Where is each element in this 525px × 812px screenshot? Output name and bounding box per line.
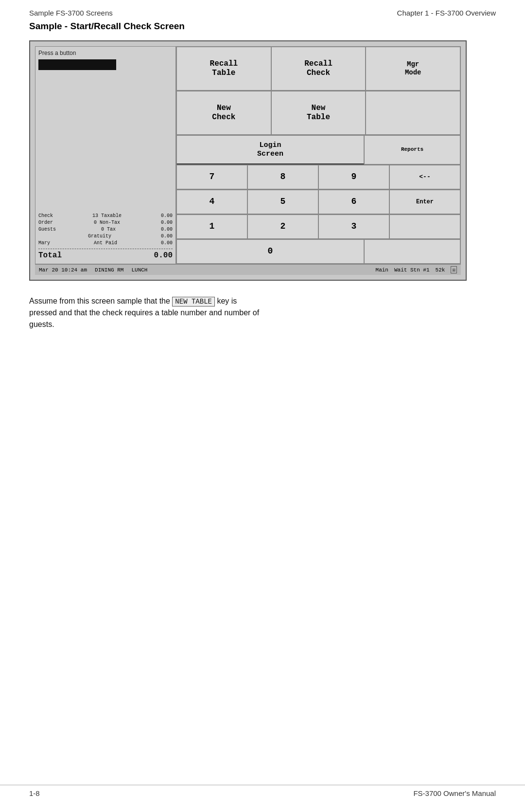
user-label: Mary xyxy=(38,240,50,247)
guests-label: Guests xyxy=(38,226,56,233)
footer-left: 1-8 xyxy=(29,789,40,797)
section-title: Sample - Start/Recall Check Screen xyxy=(29,21,496,32)
ant-paid-val: Ant Paid xyxy=(94,240,117,247)
num8-button[interactable]: 8 xyxy=(247,165,318,189)
button-row-7: 0 xyxy=(176,239,460,264)
new-table-button[interactable]: New Table xyxy=(271,91,366,135)
enter-button[interactable]: Enter xyxy=(389,190,460,214)
receipt-order-line: Order 0 Non-Tax 0.00 xyxy=(38,219,173,226)
ant-paid-amount: 0.00 xyxy=(161,240,173,247)
guests-amount: 0.00 xyxy=(161,226,173,233)
display-bar xyxy=(38,59,116,70)
check-label: Check xyxy=(38,213,53,219)
mgr-mode-button[interactable]: Mgr Mode xyxy=(366,47,460,90)
status-meal: LUNCH xyxy=(131,267,147,273)
page-header: Sample FS-3700 Screens Chapter 1 - FS-37… xyxy=(0,0,525,21)
display-area xyxy=(38,74,173,213)
num3-button[interactable]: 3 xyxy=(318,215,389,239)
status-right: Main Wait Stn #1 52k ☒ xyxy=(376,266,457,273)
status-station: Wait Stn #1 xyxy=(394,267,430,273)
order-amount: 0.00 xyxy=(161,219,173,226)
login-screen-button[interactable]: Login Screen xyxy=(176,135,364,164)
total-label: Total xyxy=(38,250,62,261)
gratuity-val: Gratuity xyxy=(88,233,111,240)
num0-button[interactable]: 0 xyxy=(176,239,364,264)
left-panel: Press a button Check 13 Taxable 0.00 Ord… xyxy=(35,46,176,264)
body-text-before: Assume from this screen sample that the xyxy=(29,297,172,305)
page-footer: 1-8 FS-3700 Owner's Manual xyxy=(0,785,525,797)
total-line: Total 0.00 xyxy=(38,249,173,261)
button-row-6: 1 2 3 xyxy=(176,215,460,239)
press-button-label: Press a button xyxy=(38,50,173,56)
num4-button[interactable]: 4 xyxy=(176,190,247,214)
receipt-check-line: Check 13 Taxable 0.00 xyxy=(38,213,173,219)
empty-right xyxy=(389,215,460,239)
button-row-1: Recall Table Recall Check Mgr Mode xyxy=(176,47,460,91)
body-text: Assume from this screen sample that the … xyxy=(29,295,496,330)
receipt-guests-line: Guests 0 Tax 0.00 xyxy=(38,226,173,233)
order-label: Order xyxy=(38,219,53,226)
num7-button[interactable]: 7 xyxy=(176,165,247,189)
num6-button[interactable]: 6 xyxy=(318,190,389,214)
num2-button[interactable]: 2 xyxy=(247,215,318,239)
button-row-4: 7 8 9 <-- xyxy=(176,165,460,190)
button-row-2: New Check New Table xyxy=(176,91,460,135)
num5-button[interactable]: 5 xyxy=(247,190,318,214)
receipt-gratuity-line: Gratuity 0.00 xyxy=(38,233,173,240)
status-icon: ☒ xyxy=(451,266,457,273)
check-val: 13 Taxable xyxy=(92,213,122,219)
status-left: Mar 20 10:24 am DINING RM LUNCH xyxy=(39,267,147,273)
terminal-body: Press a button Check 13 Taxable 0.00 Ord… xyxy=(35,46,461,264)
button-row-5: 4 5 6 Enter xyxy=(176,190,460,215)
check-amount: 0.00 xyxy=(161,213,173,219)
page-content: Sample - Start/Recall Check Screen Press… xyxy=(0,21,525,330)
guests-val: 0 Tax xyxy=(101,226,116,233)
empty-bottom xyxy=(364,239,460,264)
terminal-screen: Press a button Check 13 Taxable 0.00 Ord… xyxy=(29,40,467,281)
button-row-3: Login Screen Reports xyxy=(176,135,460,165)
recall-check-button[interactable]: Recall Check xyxy=(271,47,366,90)
status-datetime: Mar 20 10:24 am xyxy=(39,267,87,273)
status-area: DINING RM xyxy=(95,267,123,273)
order-val: 0 Non-Tax xyxy=(94,219,120,226)
right-button-grid: Recall Table Recall Check Mgr Mode New C… xyxy=(176,46,461,264)
num1-button[interactable]: 1 xyxy=(176,215,247,239)
new-check-button[interactable]: New Check xyxy=(176,91,271,135)
recall-table-button[interactable]: Recall Table xyxy=(176,47,271,90)
status-screen: Main xyxy=(376,267,388,273)
num9-button[interactable]: 9 xyxy=(318,165,389,189)
inline-key: NEW TABLE xyxy=(172,297,215,307)
terminal-inner: Press a button Check 13 Taxable 0.00 Ord… xyxy=(35,46,461,275)
header-left: Sample FS-3700 Screens xyxy=(29,9,113,17)
receipt-info: Check 13 Taxable 0.00 Order 0 Non-Tax 0.… xyxy=(38,213,173,261)
total-amount: 0.00 xyxy=(154,250,173,261)
empty-mgr-area xyxy=(366,91,460,135)
status-memory: 52k xyxy=(436,267,445,273)
reports-button[interactable]: Reports xyxy=(364,135,460,164)
status-bar: Mar 20 10:24 am DINING RM LUNCH Main Wai… xyxy=(35,264,461,275)
receipt-antpaid-line: Mary Ant Paid 0.00 xyxy=(38,240,173,247)
footer-right: FS-3700 Owner's Manual xyxy=(413,789,496,797)
header-right: Chapter 1 - FS-3700 Overview xyxy=(397,9,496,17)
backspace-button[interactable]: <-- xyxy=(389,165,460,189)
gratuity-amount: 0.00 xyxy=(161,233,173,240)
